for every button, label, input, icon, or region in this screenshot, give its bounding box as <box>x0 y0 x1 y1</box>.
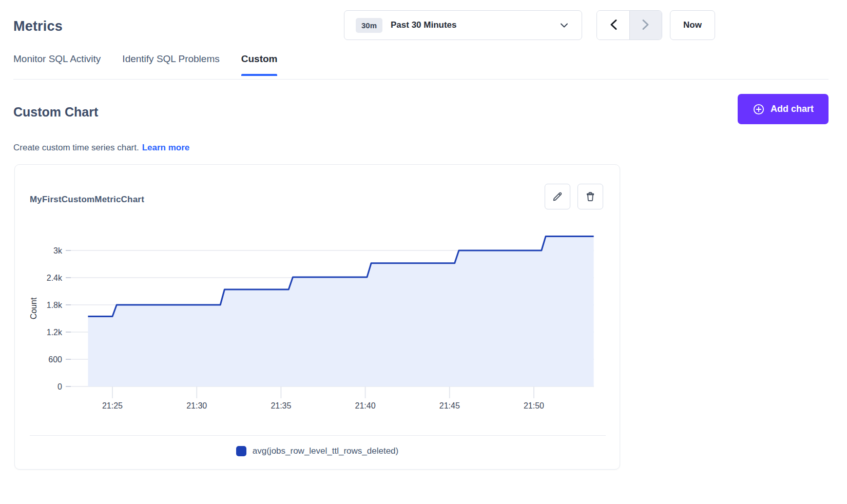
x-tick-label: 21:35 <box>271 401 291 410</box>
series-legend-label: avg(jobs_row_level_ttl_rows_deleted) <box>253 446 398 456</box>
custom-chart-card: 06001.2k1.8k2.4k3k21:2521:3021:3521:4021… <box>14 164 620 470</box>
chevron-down-icon <box>560 23 568 28</box>
time-range-arrows <box>596 10 662 40</box>
chevron-left-icon <box>609 19 618 32</box>
chevron-right-icon <box>642 19 650 32</box>
previous-range-button[interactable] <box>597 11 629 40</box>
y-tick-label: 3k <box>53 246 63 255</box>
add-chart-label: Add chart <box>771 104 814 114</box>
pencil-icon <box>551 190 564 203</box>
y-tick-label: 2.4k <box>47 274 63 282</box>
next-range-button[interactable] <box>629 11 662 40</box>
y-axis-title: Count <box>29 297 38 319</box>
x-tick-label: 21:50 <box>524 401 544 410</box>
trash-icon <box>584 190 596 203</box>
page-title: Metrics <box>13 18 63 34</box>
trash-icon-button[interactable] <box>578 184 603 209</box>
plus-circle-icon <box>753 103 765 115</box>
now-button[interactable]: Now <box>670 10 715 40</box>
metrics-page: Metrics 30m Past 30 Minutes Now Monitor … <box>0 0 847 504</box>
x-tick-label: 21:30 <box>186 401 207 410</box>
x-tick-label: 21:25 <box>102 401 123 410</box>
time-range-dropdown[interactable]: 30m Past 30 Minutes <box>344 10 582 40</box>
tabs-divider <box>13 79 829 80</box>
series-area <box>88 237 593 386</box>
legend-item[interactable]: avg(jobs_row_level_ttl_rows_deleted) <box>15 446 620 456</box>
legend-divider <box>30 435 606 436</box>
tab-monitor-sql-activity[interactable]: Monitor SQL Activity <box>13 53 101 76</box>
y-tick-label: 1.2k <box>47 328 63 337</box>
y-tick-label: 600 <box>48 355 62 364</box>
y-tick-label: 0 <box>57 382 62 391</box>
time-range-badge: 30m <box>356 18 382 33</box>
chart-canvas[interactable]: 06001.2k1.8k2.4k3k21:2521:3021:3521:4021… <box>15 165 621 470</box>
section-title: Custom Chart <box>13 105 98 120</box>
time-range-label: Past 30 Minutes <box>391 20 457 30</box>
chart-title: MyFirstCustomMetricChart <box>30 195 144 205</box>
y-tick-label: 1.8k <box>47 301 63 309</box>
edit-chart-button[interactable] <box>545 184 570 209</box>
series-color-swatch <box>236 446 246 456</box>
tab-identify-sql-problems[interactable]: Identify SQL Problems <box>122 53 219 76</box>
subtitle-text: Create custom time series chart. <box>13 143 139 152</box>
metrics-tabs: Monitor SQL Activity Identify SQL Proble… <box>13 53 277 76</box>
x-tick-label: 21:40 <box>355 401 376 410</box>
tab-custom[interactable]: Custom <box>241 53 278 76</box>
learn-more-link[interactable]: Learn more <box>142 143 190 152</box>
add-chart-button[interactable]: Add chart <box>738 94 829 124</box>
x-tick-label: 21:45 <box>439 401 460 410</box>
section-subtitle: Create custom time series chart.Learn mo… <box>13 143 189 153</box>
